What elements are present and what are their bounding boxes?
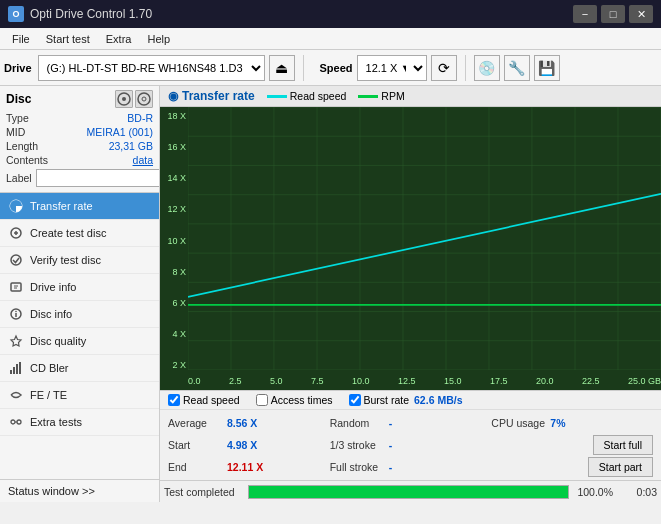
- chart-legend: Read speed RPM: [267, 90, 405, 102]
- minimize-button[interactable]: −: [573, 5, 597, 23]
- toolbar-separator: [303, 55, 304, 81]
- progress-percent: 100.0%: [573, 486, 613, 498]
- contents-label: Contents: [6, 154, 48, 166]
- mid-label: MID: [6, 126, 25, 138]
- svg-rect-22: [188, 107, 661, 370]
- nav-item-disc-quality[interactable]: Disc quality: [0, 328, 159, 355]
- disc-info-icon: [8, 306, 24, 322]
- x-label-0: 0.0: [188, 376, 201, 386]
- disc-label-input[interactable]: [36, 169, 160, 187]
- fe-te-icon: [8, 387, 24, 403]
- read-speed-check-label: Read speed: [183, 394, 240, 406]
- y-axis: 18 X 16 X 14 X 12 X 10 X 8 X 6 X 4 X 2 X: [160, 107, 188, 390]
- access-times-checkbox[interactable]: [256, 394, 268, 406]
- end-value: 12.11 X: [227, 461, 263, 473]
- bottom-panel: Read speed Access times Burst rate 62.6 …: [160, 390, 661, 480]
- read-speed-checkbox[interactable]: [168, 394, 180, 406]
- maximize-button[interactable]: □: [601, 5, 625, 23]
- legend-read-speed: Read speed: [267, 90, 347, 102]
- speed-select[interactable]: 12.1 X ▼: [357, 55, 427, 81]
- nav-label-fe-te: FE / TE: [30, 389, 67, 401]
- x-label-5: 5.0: [270, 376, 283, 386]
- mid-value: MEIRA1 (001): [86, 126, 153, 138]
- nav-label-drive-info: Drive info: [30, 281, 76, 293]
- x-label-22-5: 22.5: [582, 376, 600, 386]
- disc-icon-2[interactable]: [135, 90, 153, 108]
- chart-area: ◉ Transfer rate Read speed RPM: [160, 86, 661, 390]
- type-value: BD-R: [127, 112, 153, 124]
- y-label-16: 16 X: [162, 142, 186, 152]
- disc-quality-icon: [8, 333, 24, 349]
- x-axis: 0.0 2.5 5.0 7.5 10.0 12.5 15.0 17.5 20.0…: [188, 372, 661, 390]
- menu-help[interactable]: Help: [139, 31, 178, 47]
- close-button[interactable]: ✕: [629, 5, 653, 23]
- cpu-label: CPU usage: [491, 417, 546, 429]
- refresh-button[interactable]: ⟳: [431, 55, 457, 81]
- start-part-button[interactable]: Start part: [588, 457, 653, 477]
- y-label-4: 4 X: [162, 329, 186, 339]
- y-label-10: 10 X: [162, 236, 186, 246]
- disc-label-key: Label: [6, 172, 32, 184]
- save-button[interactable]: 💾: [534, 55, 560, 81]
- chart-body: 18 X 16 X 14 X 12 X 10 X 8 X 6 X 4 X 2 X: [160, 107, 661, 390]
- menu-file[interactable]: File: [4, 31, 38, 47]
- status-window-button[interactable]: Status window >>: [0, 479, 159, 502]
- chart-title-icon: ◉: [168, 89, 178, 103]
- nav-item-verify-test-disc[interactable]: Verify test disc: [0, 247, 159, 274]
- stroke2-label: Full stroke: [330, 461, 385, 473]
- nav-item-cd-bler[interactable]: CD Bler: [0, 355, 159, 382]
- nav-item-transfer-rate[interactable]: Transfer rate: [0, 193, 159, 220]
- svg-point-2: [138, 93, 150, 105]
- checks-row: Read speed Access times Burst rate 62.6 …: [160, 391, 661, 410]
- stroke1-value: -: [389, 439, 393, 451]
- x-label-2-5: 2.5: [229, 376, 242, 386]
- progress-bar-fill: [249, 486, 568, 498]
- stats-row-3: End 12.11 X Full stroke - Start part: [168, 456, 653, 478]
- menu-extra[interactable]: Extra: [98, 31, 140, 47]
- stats-row-1: Average 8.56 X Random - CPU usage 7%: [168, 412, 653, 434]
- cd-bler-icon: [8, 360, 24, 376]
- start-full-button[interactable]: Start full: [593, 435, 654, 455]
- nav-item-fe-te[interactable]: FE / TE: [0, 382, 159, 409]
- drive-select[interactable]: (G:) HL-DT-ST BD-RE WH16NS48 1.D3: [38, 55, 265, 81]
- burst-rate-check[interactable]: Burst rate 62.6 MB/s: [349, 394, 463, 406]
- drive-info-icon: [8, 279, 24, 295]
- stroke1-label: 1/3 stroke: [330, 439, 385, 451]
- status-text: Test completed: [164, 486, 244, 498]
- chart-svg: [188, 107, 661, 370]
- contents-value[interactable]: data: [133, 154, 153, 166]
- nav-item-extra-tests[interactable]: Extra tests: [0, 409, 159, 436]
- svg-point-3: [142, 97, 146, 101]
- speed-label: Speed: [320, 62, 353, 74]
- eject-button[interactable]: ⏏: [269, 55, 295, 81]
- stat-stroke2: Full stroke -: [330, 461, 492, 473]
- nav-item-drive-info[interactable]: Drive info: [0, 274, 159, 301]
- y-label-2: 2 X: [162, 360, 186, 370]
- burst-rate-checkbox[interactable]: [349, 394, 361, 406]
- nav-label-disc-quality: Disc quality: [30, 335, 86, 347]
- nav-list: Transfer rate Create test disc Verify te…: [0, 193, 159, 479]
- nav-item-create-test-disc[interactable]: Create test disc: [0, 220, 159, 247]
- stroke2-value: -: [389, 461, 393, 473]
- y-label-14: 14 X: [162, 173, 186, 183]
- x-label-25: 25.0 GB: [628, 376, 661, 386]
- x-label-12-5: 12.5: [398, 376, 416, 386]
- stats-row-2: Start 4.98 X 1/3 stroke - Start full: [168, 434, 653, 456]
- extra-tests-icon: [8, 414, 24, 430]
- read-speed-check[interactable]: Read speed: [168, 394, 240, 406]
- svg-rect-18: [19, 362, 21, 374]
- verify-test-disc-icon: [8, 252, 24, 268]
- x-label-17-5: 17.5: [490, 376, 508, 386]
- y-label-12: 12 X: [162, 204, 186, 214]
- disc-button[interactable]: 💿: [474, 55, 500, 81]
- nav-label-disc-info: Disc info: [30, 308, 72, 320]
- access-times-check[interactable]: Access times: [256, 394, 333, 406]
- disc-icon-1[interactable]: [115, 90, 133, 108]
- average-label: Average: [168, 417, 223, 429]
- nav-item-disc-info[interactable]: Disc info: [0, 301, 159, 328]
- stat-start-full: Start full: [491, 435, 653, 455]
- x-label-7-5: 7.5: [311, 376, 324, 386]
- menu-start-test[interactable]: Start test: [38, 31, 98, 47]
- settings-button[interactable]: 🔧: [504, 55, 530, 81]
- y-label-6: 6 X: [162, 298, 186, 308]
